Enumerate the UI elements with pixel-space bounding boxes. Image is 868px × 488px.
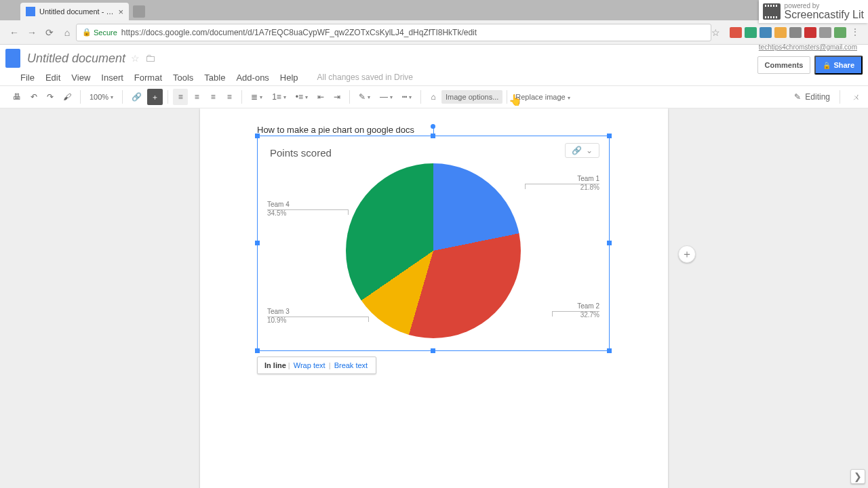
docs-favicon — [26, 7, 35, 16]
pie-chart — [346, 163, 521, 338]
increase-indent-button[interactable]: ⇥ — [330, 89, 344, 105]
menu-insert[interactable]: Insert — [101, 73, 123, 83]
insert-comment-button[interactable]: ＋ — [147, 89, 163, 105]
account-email[interactable]: techtips4chromsters@gmail.com — [759, 43, 857, 51]
resize-handle[interactable] — [431, 348, 435, 353]
browser-menu-icon[interactable]: ⋮ — [849, 27, 861, 38]
pencil-icon: ✎ — [794, 92, 801, 102]
decrease-indent-button[interactable]: ⇤ — [313, 89, 328, 105]
menu-addons[interactable]: Add-ons — [236, 73, 269, 83]
add-comment-side-button[interactable]: ＋ — [678, 245, 696, 263]
close-tab-icon[interactable]: × — [118, 7, 123, 17]
border-dash-button[interactable]: ┅ — [398, 89, 416, 105]
redo-button[interactable]: ↷ — [43, 89, 58, 105]
paint-format-button[interactable]: 🖌 — [59, 89, 75, 105]
bulleted-list-button[interactable]: •≡ — [292, 89, 312, 105]
lock-icon: 🔒 — [82, 28, 92, 37]
docs-title-bar: Untitled document ☆ 🗀 — [0, 45, 868, 69]
chart-title: Points scored — [270, 147, 332, 159]
resize-handle[interactable] — [255, 348, 260, 353]
film-icon — [763, 3, 781, 20]
editing-mode-button[interactable]: ✎Editing — [789, 89, 835, 104]
selected-chart-object[interactable]: Points scored 🔗 ⌄ Team 121.8% Team 232.7… — [257, 136, 610, 351]
linked-chart-controls[interactable]: 🔗 ⌄ — [565, 143, 599, 158]
move-folder-icon[interactable]: 🗀 — [145, 52, 156, 64]
slice-label: Team 232.7% — [577, 302, 599, 319]
google-docs-logo[interactable] — [5, 49, 20, 68]
image-options-button[interactable]: Image options... — [441, 90, 502, 104]
share-button[interactable]: 🔒Share — [814, 56, 863, 75]
undo-button[interactable]: ↶ — [26, 89, 41, 105]
print-button[interactable]: 🖶 — [9, 89, 25, 105]
link-icon: 🔗 — [572, 146, 582, 155]
resize-handle[interactable] — [607, 134, 612, 138]
address-bar: ← → ⟳ ⌂ 🔒Secure https://docs.google.com/… — [0, 20, 868, 45]
menu-bar: File Edit View Insert Format Tools Table… — [0, 69, 868, 85]
wrap-text-option[interactable]: Wrap text — [294, 361, 326, 369]
wrap-inline-option[interactable]: In line — [264, 361, 286, 369]
lock-icon: 🔒 — [823, 62, 831, 69]
slice-label: Team 121.8% — [577, 174, 599, 192]
body-paragraph[interactable]: How to make a pie chart on google docs — [257, 125, 414, 135]
menu-file[interactable]: File — [20, 73, 35, 83]
resize-handle[interactable] — [607, 348, 612, 353]
zoom-dropdown[interactable]: 100% — [85, 89, 117, 105]
comments-button[interactable]: Comments — [757, 56, 811, 74]
menu-help[interactable]: Help — [280, 73, 298, 83]
ext-icon[interactable] — [760, 27, 772, 38]
border-weight-button[interactable]: — — [376, 89, 397, 105]
browser-tab-bar: Untitled document - Goo × — [0, 0, 868, 20]
break-text-option[interactable]: Break text — [334, 361, 368, 369]
menu-tools[interactable]: Tools — [173, 73, 193, 83]
url-field[interactable]: 🔒Secure https://docs.google.com/document… — [76, 24, 711, 41]
slice-label: Team 310.9% — [267, 307, 290, 325]
collapse-toolbar-button[interactable]: ㄨ — [852, 92, 860, 102]
align-right-button[interactable]: ≡ — [205, 89, 220, 105]
toolbar: 🖶 ↶ ↷ 🖌 100% 🔗 ＋ ≡ ≡ ≡ ≡ ≣ 1≡ •≡ ⇤ ⇥ ✎ —… — [0, 85, 868, 108]
screencastify-watermark: powered byScreencastify Lit — [759, 0, 868, 23]
align-center-button[interactable]: ≡ — [189, 89, 204, 105]
browser-tab[interactable]: Untitled document - Goo × — [20, 3, 129, 20]
secure-badge: 🔒Secure — [82, 28, 117, 37]
ext-icon[interactable] — [834, 27, 846, 38]
border-color-button[interactable]: ✎ — [355, 89, 374, 105]
text-wrap-popup: In line | Wrap text | Break text — [257, 357, 376, 374]
ext-icon[interactable] — [774, 27, 787, 38]
bookmark-star-icon[interactable]: ☆ — [711, 27, 720, 38]
home-button[interactable]: ⌂ — [61, 27, 73, 38]
numbered-list-button[interactable]: 1≡ — [268, 89, 290, 105]
insert-link-button[interactable]: 🔗 — [127, 89, 146, 105]
crop-image-button[interactable]: ⌂ — [426, 89, 441, 105]
screencastify-controls-button[interactable]: ❯ — [850, 469, 865, 484]
back-button[interactable]: ← — [8, 27, 20, 38]
reload-button[interactable]: ⟳ — [43, 27, 56, 38]
document-page: How to make a pie chart on google docs P… — [200, 108, 668, 488]
document-title[interactable]: Untitled document — [27, 52, 125, 66]
replace-image-button[interactable]: Replace image — [511, 90, 574, 104]
new-tab-button[interactable] — [133, 5, 145, 18]
url-text: https://docs.google.com/document/d/1A7rE… — [121, 28, 477, 37]
align-left-button[interactable]: ≡ — [173, 89, 188, 105]
ext-icon[interactable] — [745, 27, 757, 38]
resize-handle[interactable] — [255, 134, 260, 138]
line-spacing-button[interactable]: ≣ — [247, 89, 267, 105]
ext-icon[interactable] — [819, 27, 831, 38]
ext-icon[interactable] — [730, 27, 742, 38]
ext-icon[interactable] — [789, 27, 802, 38]
slice-label: Team 434.5% — [267, 200, 290, 218]
menu-format[interactable]: Format — [134, 73, 162, 83]
star-document-icon[interactable]: ☆ — [131, 53, 140, 64]
menu-edit[interactable]: Edit — [45, 73, 60, 83]
tab-title: Untitled document - Goo — [39, 7, 115, 16]
ext-icon[interactable] — [804, 27, 816, 38]
save-status: All changes saved in Drive — [317, 73, 413, 82]
resize-handle[interactable] — [255, 241, 260, 245]
menu-table[interactable]: Table — [204, 73, 225, 83]
chevron-down-icon: ⌄ — [586, 146, 593, 155]
forward-button[interactable]: → — [26, 27, 38, 38]
resize-handle[interactable] — [607, 241, 612, 245]
resize-handle[interactable] — [431, 134, 435, 138]
extension-icons: ⋮ — [728, 27, 863, 38]
align-justify-button[interactable]: ≡ — [222, 89, 237, 105]
menu-view[interactable]: View — [71, 73, 90, 83]
